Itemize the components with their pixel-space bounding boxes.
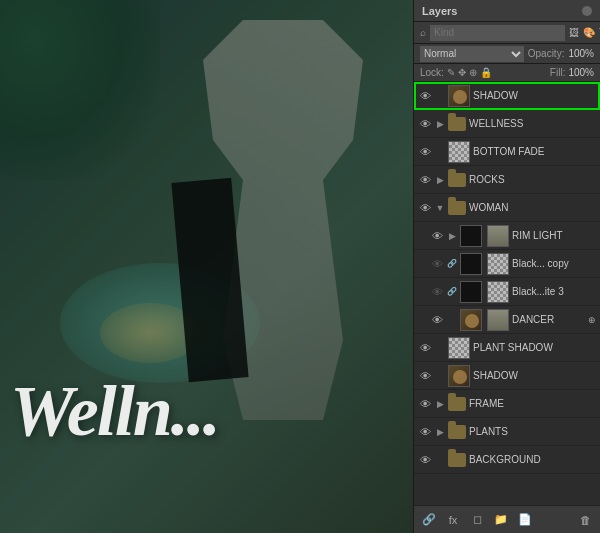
mask-black-ite3	[487, 281, 509, 303]
add-fx-button[interactable]: fx	[444, 511, 462, 529]
visibility-plant-shadow[interactable]: 👁	[418, 341, 432, 355]
lock-move-icon[interactable]: ✥	[458, 67, 466, 78]
layer-background[interactable]: 👁 BACKGROUND	[414, 446, 600, 474]
lock-all-icon[interactable]: 🔒	[480, 67, 492, 78]
expand-rocks[interactable]: ▶	[435, 173, 445, 187]
layer-dancer[interactable]: 👁 DANCER ⊕	[414, 306, 600, 334]
visibility-bottom-fade[interactable]: 👁	[418, 145, 432, 159]
visibility-rocks[interactable]: 👁	[418, 173, 432, 187]
layer-plant-shadow[interactable]: 👁 PLANT SHADOW	[414, 334, 600, 362]
new-group-button[interactable]: 📁	[492, 511, 510, 529]
name-black-ite3: Black...ite 3	[512, 286, 596, 297]
thumb-black-ite3	[460, 281, 482, 303]
visibility-shadow-top[interactable]: 👁	[418, 89, 432, 103]
visibility-wellness[interactable]: 👁	[418, 117, 432, 131]
delete-layer-button[interactable]: 🗑	[576, 511, 594, 529]
layer-rocks[interactable]: 👁 ▶ ROCKS	[414, 166, 600, 194]
expand-frame[interactable]: ▶	[435, 397, 445, 411]
name-wellness: WELLNESS	[469, 118, 596, 129]
visibility-frame[interactable]: 👁	[418, 397, 432, 411]
opacity-label: Opacity:	[528, 48, 565, 59]
name-shadow-bottom: SHADOW	[473, 370, 596, 381]
lock-artboard-icon[interactable]: ⊕	[469, 67, 477, 78]
canvas-area: Welln...	[0, 0, 413, 533]
name-plants: PLANTS	[469, 426, 596, 437]
lock-draw-icon[interactable]: ✎	[447, 67, 455, 78]
visibility-plants[interactable]: 👁	[418, 425, 432, 439]
thumb-shadow-bottom	[448, 365, 470, 387]
visibility-dancer[interactable]: 👁	[430, 313, 444, 327]
name-frame: FRAME	[469, 398, 596, 409]
name-rocks: ROCKS	[469, 174, 596, 185]
folder-icon-frame	[448, 397, 466, 411]
layer-rim-light[interactable]: 👁 ▶ RIM LIGHT	[414, 222, 600, 250]
visibility-woman[interactable]: 👁	[418, 201, 432, 215]
kind-search-input[interactable]	[430, 25, 565, 41]
layers-list: 👁 SHADOW 👁 ▶ WELLNESS 👁 BOTTOM FADE 👁	[414, 82, 600, 505]
visibility-rim-light[interactable]: 👁	[430, 229, 444, 243]
layer-plants[interactable]: 👁 ▶ PLANTS	[414, 418, 600, 446]
layer-frame[interactable]: 👁 ▶ FRAME	[414, 390, 600, 418]
filter-icon: ⌕	[420, 27, 426, 38]
expand-shadow-bottom	[435, 369, 445, 383]
opacity-value[interactable]: 100%	[568, 48, 594, 59]
panel-title: Layers	[422, 5, 457, 17]
canvas-wellness-text: Welln...	[10, 370, 390, 453]
link-black-copy: 🔗	[447, 257, 457, 271]
thumb-dancer-b	[487, 309, 509, 331]
fill-value[interactable]: 100%	[568, 67, 594, 78]
folder-icon-background	[448, 453, 466, 467]
layers-panel: Layers ⌕ 🖼 🎨 T □ ⚙ Normal Opacity: 100% …	[413, 0, 600, 533]
layer-shadow-bottom[interactable]: 👁 SHADOW	[414, 362, 600, 390]
layer-shadow-top[interactable]: 👁 SHADOW	[414, 82, 600, 110]
thumb-plant-shadow	[448, 337, 470, 359]
name-plant-shadow: PLANT SHADOW	[473, 342, 596, 353]
visibility-black-ite3[interactable]: 👁	[430, 285, 444, 299]
name-bottom-fade: BOTTOM FADE	[473, 146, 596, 157]
expand-dancer	[447, 313, 457, 327]
lock-label: Lock:	[420, 67, 444, 78]
folder-icon-plants	[448, 425, 466, 439]
dancer-expand-icon[interactable]: ⊕	[588, 315, 596, 325]
folder-icon-rocks	[448, 173, 466, 187]
layer-bottom-fade[interactable]: 👁 BOTTOM FADE	[414, 138, 600, 166]
filter-type-adjust-icon[interactable]: 🎨	[583, 27, 595, 38]
folder-icon-woman	[448, 201, 466, 215]
panel-close-button[interactable]	[582, 6, 592, 16]
layer-black-copy[interactable]: 👁 🔗 Black... copy	[414, 250, 600, 278]
expand-rim-light[interactable]: ▶	[447, 229, 457, 243]
expand-bottom-fade	[435, 145, 445, 159]
thumb-bottom-fade	[448, 141, 470, 163]
filter-type-image-icon[interactable]: 🖼	[569, 27, 579, 38]
expand-plant-shadow	[435, 341, 445, 355]
folder-icon-wellness	[448, 117, 466, 131]
visibility-shadow-bottom[interactable]: 👁	[418, 369, 432, 383]
panel-header: Layers	[414, 0, 600, 22]
expand-background	[435, 453, 445, 467]
link-layers-button[interactable]: 🔗	[420, 511, 438, 529]
blend-mode-select[interactable]: Normal	[420, 46, 524, 62]
expand-plants[interactable]: ▶	[435, 425, 445, 439]
link-black-ite3: 🔗	[447, 285, 457, 299]
panel-footer: 🔗 fx ◻ 📁 📄 🗑	[414, 505, 600, 533]
lock-fill-row: Lock: ✎ ✥ ⊕ 🔒 Fill: 100%	[414, 64, 600, 82]
fill-label: Fill:	[550, 67, 566, 78]
visibility-background[interactable]: 👁	[418, 453, 432, 467]
mask-rim-light	[487, 225, 509, 247]
mask-black-copy	[487, 253, 509, 275]
add-mask-button[interactable]: ◻	[468, 511, 486, 529]
thumb-rim-light	[460, 225, 482, 247]
expand-wellness[interactable]: ▶	[435, 117, 445, 131]
filter-toolbar: ⌕ 🖼 🎨 T □ ⚙	[414, 22, 600, 44]
visibility-black-copy[interactable]: 👁	[430, 257, 444, 271]
layer-wellness[interactable]: 👁 ▶ WELLNESS	[414, 110, 600, 138]
blend-mode-row: Normal Opacity: 100%	[414, 44, 600, 64]
name-background: BACKGROUND	[469, 454, 596, 465]
expand-shadow-top	[435, 89, 445, 103]
new-layer-button[interactable]: 📄	[516, 511, 534, 529]
canvas-overlay	[0, 0, 413, 533]
layer-black-ite3[interactable]: 👁 🔗 Black...ite 3	[414, 278, 600, 306]
layer-woman[interactable]: 👁 ▼ WOMAN	[414, 194, 600, 222]
name-shadow-top: SHADOW	[473, 90, 596, 101]
expand-woman[interactable]: ▼	[435, 201, 445, 215]
